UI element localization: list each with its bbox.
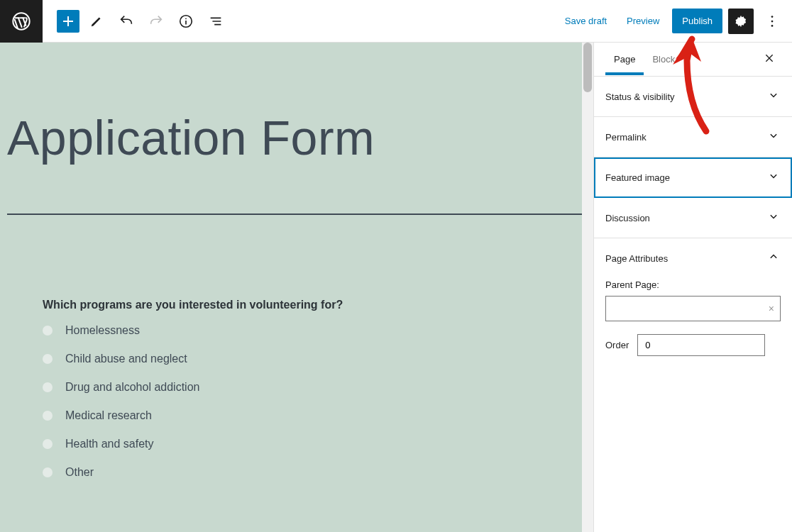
redo-button[interactable] [143,9,169,34]
wordpress-icon [11,11,31,31]
panel-discussion[interactable]: Discussion [594,198,792,238]
undo-icon [119,13,134,29]
panel-title: Discussion [605,213,650,223]
form-option-label: Health and safety [65,438,154,450]
outline-button[interactable] [203,9,229,34]
radio-circle-icon[interactable] [43,354,53,364]
undo-button[interactable] [114,9,139,34]
radio-circle-icon[interactable] [43,439,53,449]
form-option-label: Child abuse and neglect [65,353,187,365]
form-option[interactable]: Homelessness [43,324,551,337]
form-block[interactable]: Which programs are you interested in vol… [0,215,593,479]
panel-page-attributes: Page Attributes Parent Page: × Order [594,238,792,367]
settings-button[interactable] [728,9,754,34]
gear-icon [734,14,748,28]
clear-parent-button[interactable]: × [769,303,774,314]
radio-circle-icon[interactable] [43,326,53,336]
page-title[interactable]: Application Form [0,43,593,165]
pencil-icon [89,13,104,29]
form-question-label: Which programs are you interested in vol… [43,299,551,311]
radio-circle-icon[interactable] [43,411,53,421]
content-area: Application Form Which programs are you … [0,43,792,532]
form-option-label: Homelessness [65,324,140,337]
chevron-down-icon [766,209,781,226]
tab-block[interactable]: Block [644,44,683,74]
radio-circle-icon[interactable] [43,382,53,392]
tab-page[interactable]: Page [605,44,644,75]
redo-icon [148,13,164,29]
close-icon [764,52,775,64]
form-option[interactable]: Health and safety [43,438,551,450]
parent-page-label: Parent Page: [605,279,781,290]
svg-point-6 [771,25,774,27]
form-option-label: Medical research [65,409,152,422]
editor-topbar: Save draft Preview Publish [0,0,792,43]
editor-canvas[interactable]: Application Form Which programs are you … [0,43,593,532]
panel-permalink[interactable]: Permalink [594,117,792,157]
svg-point-4 [771,16,774,18]
add-block-button[interactable] [57,10,79,33]
panel-title: Permalink [605,132,647,143]
kebab-icon [764,13,780,29]
chevron-down-icon [766,169,781,186]
parent-page-select[interactable]: × [605,296,781,321]
chevron-down-icon [766,88,781,105]
panel-status-visibility[interactable]: Status & visibility [594,77,792,117]
form-option[interactable]: Other [43,466,551,479]
toolbar-left [43,9,229,34]
wordpress-logo[interactable] [0,0,43,43]
panel-title: Status & visibility [605,92,675,102]
form-option[interactable]: Medical research [43,409,551,422]
info-icon [178,13,194,29]
edit-mode-button[interactable] [84,9,109,34]
panel-title: Page Attributes [605,253,668,264]
settings-sidebar: Page Block Status & visibility Permalink… [593,43,792,532]
panel-header[interactable]: Page Attributes [605,250,781,267]
order-input[interactable] [637,334,765,356]
order-row: Order [605,334,781,356]
preview-button[interactable]: Preview [620,10,666,32]
svg-point-2 [185,18,187,19]
panel-featured-image[interactable]: Featured image [594,157,792,198]
form-option-label: Drug and alcohol addiction [65,381,199,394]
svg-point-5 [771,20,774,22]
form-option[interactable]: Child abuse and neglect [43,353,551,365]
chevron-up-icon [766,250,781,267]
toolbar-right: Save draft Preview Publish [558,9,792,34]
publish-button[interactable]: Publish [672,9,722,33]
more-options-button[interactable] [759,9,785,34]
radio-circle-icon[interactable] [43,467,53,477]
close-sidebar-button[interactable] [758,47,781,72]
plus-icon [60,13,77,30]
order-label: Order [605,340,629,350]
info-button[interactable] [173,9,199,34]
scrollbar-track[interactable] [582,43,593,532]
scrollbar-thumb[interactable] [583,43,592,92]
panel-title: Featured image [605,172,670,183]
list-view-icon [208,13,224,29]
form-option-label: Other [65,466,94,479]
sidebar-tabs: Page Block [594,43,792,77]
form-option[interactable]: Drug and alcohol addiction [43,381,551,394]
save-draft-button[interactable]: Save draft [558,10,614,32]
chevron-down-icon [766,128,781,145]
